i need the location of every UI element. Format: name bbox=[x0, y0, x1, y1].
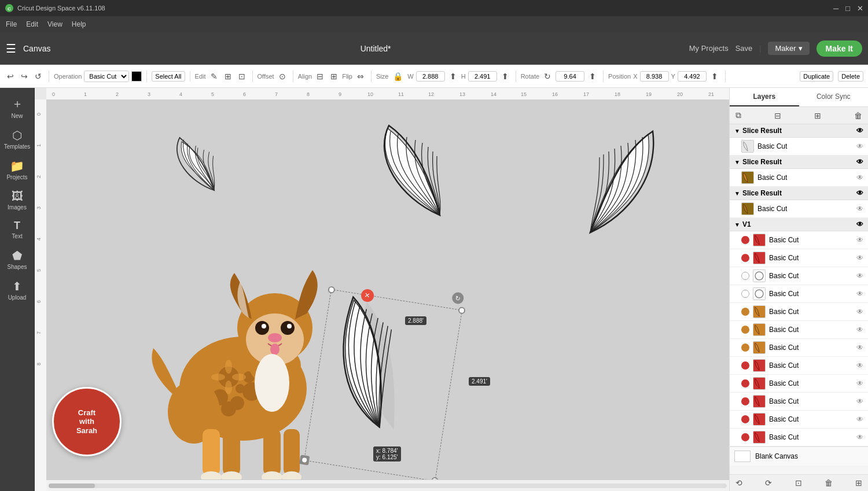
save-button[interactable]: Save bbox=[735, 44, 753, 53]
layer-item-v1-8[interactable]: Basic Cut 👁 bbox=[730, 375, 868, 393]
menu-view[interactable]: View bbox=[47, 20, 62, 28]
minimize-button[interactable]: ─ bbox=[833, 4, 838, 13]
operation-select[interactable]: Basic Cut bbox=[84, 71, 129, 82]
sidebar-item-images[interactable]: 🖼 Images bbox=[2, 186, 32, 214]
layer-item-v1-0[interactable]: Basic Cut 👁 bbox=[730, 231, 868, 249]
close-button[interactable]: ✕ bbox=[857, 4, 863, 13]
menu-help[interactable]: Help bbox=[72, 20, 86, 28]
layer-item-v1-6[interactable]: Basic Cut 👁 bbox=[730, 339, 868, 357]
layer-item-v1-11[interactable]: Basic Cut 👁 bbox=[730, 429, 868, 446]
layer-eye-slice2-1[interactable]: 👁 bbox=[856, 173, 863, 182]
rotate-handle[interactable]: ↻ bbox=[451, 291, 465, 305]
layer-eye-v1-11[interactable]: 👁 bbox=[856, 433, 863, 441]
width-input[interactable] bbox=[416, 71, 445, 82]
layer-eye-slice3-1[interactable]: 👁 bbox=[856, 205, 863, 213]
panel-delete-button[interactable]: 🗑 bbox=[852, 110, 865, 121]
layer-item-v1-5[interactable]: Basic Cut 👁 bbox=[730, 321, 868, 339]
tab-color-sync[interactable]: Color Sync bbox=[799, 88, 869, 106]
layer-item-slice3-1[interactable]: Basic Cut 👁 bbox=[730, 200, 868, 218]
rotate-stepper[interactable]: ⬆ bbox=[587, 71, 598, 82]
layer-eye-v1-9[interactable]: 👁 bbox=[856, 397, 863, 405]
menu-file[interactable]: File bbox=[6, 20, 17, 28]
layer-item-v1-10[interactable]: Basic Cut 👁 bbox=[730, 411, 868, 429]
x-input[interactable] bbox=[640, 71, 669, 82]
layer-eye-v1-10[interactable]: 👁 bbox=[856, 415, 863, 423]
color-swatch[interactable] bbox=[131, 71, 142, 82]
canvas-content[interactable]: ✕ ↻ 🔒 ⟲ 2.888' 2.491' x: 8.784' y: 6.125… bbox=[46, 99, 729, 479]
maximize-button[interactable]: □ bbox=[845, 4, 850, 13]
scrollbar-track[interactable] bbox=[49, 483, 727, 488]
make-it-button[interactable]: Make It bbox=[816, 40, 862, 57]
redo-button[interactable]: ↪ bbox=[19, 71, 30, 82]
layer-item-v1-2[interactable]: Basic Cut 👁 bbox=[730, 267, 868, 285]
layer-item-slice2-1[interactable]: Basic Cut 👁 bbox=[730, 169, 868, 187]
layer-eye-slice1-1[interactable]: 👁 bbox=[856, 142, 863, 150]
window-controls[interactable]: ─ □ ✕ bbox=[833, 4, 863, 13]
layer-group-eye1[interactable]: 👁 bbox=[856, 127, 863, 135]
layer-eye-v1-2[interactable]: 👁 bbox=[856, 272, 863, 280]
height-input[interactable] bbox=[468, 71, 497, 82]
sidebar-item-projects[interactable]: 📁 Projects bbox=[2, 156, 32, 184]
layer-eye-v1-5[interactable]: 👁 bbox=[856, 326, 863, 334]
layer-item-slice1-1[interactable]: Basic Cut 👁 bbox=[730, 138, 868, 156]
layer-item-v1-7[interactable]: Basic Cut 👁 bbox=[730, 357, 868, 375]
panel-bottom-btn5[interactable]: ⊞ bbox=[853, 477, 865, 489]
panel-grid-button[interactable]: ⊞ bbox=[812, 110, 823, 121]
panel-duplicate-button[interactable]: ⧉ bbox=[733, 109, 744, 121]
layer-eye-v1-0[interactable]: 👁 bbox=[856, 236, 863, 244]
layer-eye-v1-3[interactable]: 👁 bbox=[856, 290, 863, 298]
w-stepper-up[interactable]: ⬆ bbox=[447, 71, 459, 82]
edit-icon[interactable]: ✎ bbox=[208, 71, 220, 82]
sidebar-item-upload[interactable]: ⬆ Upload bbox=[2, 276, 32, 304]
layer-eye-v1-7[interactable]: 👁 bbox=[856, 361, 863, 370]
sidebar-item-new[interactable]: ＋ New bbox=[2, 93, 32, 123]
layer-eye-v1-6[interactable]: 👁 bbox=[856, 344, 863, 352]
arrange-icon[interactable]: ⊞ bbox=[328, 71, 340, 82]
align-icon[interactable]: ⊟ bbox=[314, 71, 326, 82]
layer-group-header-slice1[interactable]: ▼ Slice Result 👁 bbox=[730, 124, 868, 138]
flip-icon[interactable]: ⇔ bbox=[355, 71, 366, 82]
selected-wing-container[interactable] bbox=[324, 287, 469, 463]
wings-large-left-svg[interactable] bbox=[382, 123, 498, 227]
edit2-icon[interactable]: ⊞ bbox=[222, 71, 234, 82]
my-projects-button[interactable]: My Projects bbox=[689, 44, 729, 53]
layer-group-header-slice2[interactable]: ▼ Slice Result 👁 bbox=[730, 156, 868, 169]
layer-item-v1-9[interactable]: Basic Cut 👁 bbox=[730, 393, 868, 411]
wings-large-right-svg[interactable] bbox=[521, 123, 665, 244]
menu-edit[interactable]: Edit bbox=[26, 20, 38, 28]
undo2-button[interactable]: ↺ bbox=[32, 71, 44, 82]
offset-icon[interactable]: ⊙ bbox=[277, 71, 288, 82]
duplicate-button[interactable]: Duplicate bbox=[800, 71, 833, 82]
layer-eye-v1-4[interactable]: 👁 bbox=[856, 308, 863, 316]
scrollbar-thumb[interactable] bbox=[49, 483, 95, 488]
select-all-button[interactable]: Select All bbox=[152, 71, 185, 82]
layer-group-header-slice3[interactable]: ▼ Slice Result 👁 bbox=[730, 187, 868, 200]
maker-dropdown[interactable]: Maker ▾ bbox=[768, 42, 809, 55]
layer-item-v1-1[interactable]: Basic Cut 👁 bbox=[730, 249, 868, 267]
layer-item-v1-4[interactable]: Basic Cut 👁 bbox=[730, 303, 868, 321]
undo-button[interactable]: ↩ bbox=[5, 71, 16, 82]
h-stepper-up[interactable]: ⬆ bbox=[499, 71, 511, 82]
layer-item-v1-3[interactable]: Basic Cut 👁 bbox=[730, 285, 868, 303]
dog-svg[interactable] bbox=[136, 238, 350, 479]
layer-group-header-v1[interactable]: ▼ V1 👁 bbox=[730, 218, 868, 231]
rotate-input[interactable] bbox=[556, 71, 584, 82]
delete-button[interactable]: Delete bbox=[838, 71, 863, 82]
edit3-icon[interactable]: ⊡ bbox=[236, 71, 248, 82]
layer-eye-v1-8[interactable]: 👁 bbox=[856, 379, 863, 387]
layer-group-eye-v1[interactable]: 👁 bbox=[856, 220, 863, 228]
sidebar-item-text[interactable]: T Text bbox=[2, 216, 32, 243]
blank-canvas-item[interactable]: Blank Canvas bbox=[730, 446, 868, 466]
y-stepper[interactable]: ⬆ bbox=[709, 71, 720, 82]
lock-icon[interactable]: 🔒 bbox=[391, 71, 405, 82]
panel-arrange-button[interactable]: ⊟ bbox=[772, 110, 784, 121]
sidebar-item-shapes[interactable]: ⬟ Shapes bbox=[2, 245, 32, 274]
layer-group-eye3[interactable]: 👁 bbox=[856, 189, 863, 197]
layer-group-eye2[interactable]: 👁 bbox=[856, 158, 863, 166]
tab-layers[interactable]: Layers bbox=[730, 88, 799, 106]
layer-eye-v1-1[interactable]: 👁 bbox=[856, 254, 863, 262]
hamburger-menu[interactable]: ☰ bbox=[6, 42, 16, 56]
wing-small-svg[interactable] bbox=[174, 128, 255, 204]
canvas-area[interactable]: 0 1 2 3 4 5 6 7 8 9 10 11 12 13 14 15 16 bbox=[35, 88, 729, 491]
panel-bottom-btn2[interactable]: ⟳ bbox=[763, 477, 774, 489]
